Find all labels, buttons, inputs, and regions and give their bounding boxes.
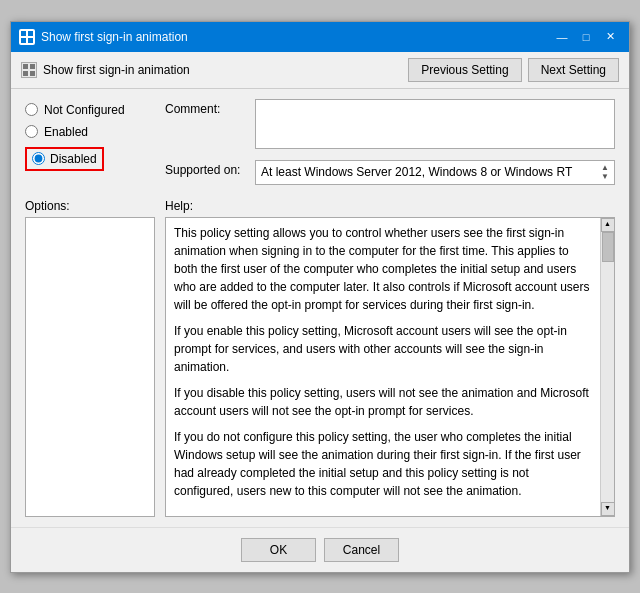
supported-box: At least Windows Server 2012, Windows 8 … xyxy=(255,160,615,185)
window-title: Show first sign-in animation xyxy=(41,30,551,44)
svg-rect-4 xyxy=(23,64,28,69)
svg-rect-2 xyxy=(21,38,26,43)
window-controls: — □ ✕ xyxy=(551,28,621,46)
help-paragraph-4: If you do not configure this policy sett… xyxy=(174,428,590,500)
comment-label: Comment: xyxy=(165,99,255,116)
help-scrollbar: ▲ ▼ xyxy=(600,218,614,516)
help-text: This policy setting allows you to contro… xyxy=(174,224,590,500)
svg-rect-5 xyxy=(30,64,35,69)
scroll-down-icon: ▼ xyxy=(601,173,609,181)
top-section: Not Configured Enabled Disabled xyxy=(25,99,615,193)
svg-rect-3 xyxy=(28,38,33,43)
svg-rect-6 xyxy=(23,71,28,76)
comment-field-content xyxy=(255,99,615,152)
minimize-button[interactable]: — xyxy=(551,28,573,46)
help-paragraph-1: This policy setting allows you to contro… xyxy=(174,224,590,314)
ok-button[interactable]: OK xyxy=(241,538,316,562)
svg-rect-1 xyxy=(28,31,33,36)
scrollbar-thumb[interactable] xyxy=(602,232,614,262)
main-content: Not Configured Enabled Disabled xyxy=(11,89,629,527)
help-box: This policy setting allows you to contro… xyxy=(165,217,615,517)
main-window: Show first sign-in animation — □ ✕ Show … xyxy=(10,21,630,573)
supported-field-row: Supported on: At least Windows Server 20… xyxy=(165,160,615,185)
footer: OK Cancel xyxy=(11,527,629,572)
radio-not-configured[interactable]: Not Configured xyxy=(25,103,155,117)
radio-group: Not Configured Enabled Disabled xyxy=(25,103,155,171)
radio-not-configured-label: Not Configured xyxy=(44,103,125,117)
options-panel: Options: xyxy=(25,199,155,517)
svg-rect-0 xyxy=(21,31,26,36)
options-box xyxy=(25,217,155,517)
scroll-up-button[interactable]: ▲ xyxy=(601,218,615,232)
radio-enabled-input[interactable] xyxy=(25,125,38,138)
help-panel: Help: This policy setting allows you to … xyxy=(165,199,615,517)
help-paragraph-2: If you enable this policy setting, Micro… xyxy=(174,322,590,376)
help-inner: This policy setting allows you to contro… xyxy=(174,224,606,500)
scroll-down-button[interactable]: ▼ xyxy=(601,502,615,516)
bottom-section: Options: Help: This policy setting allow… xyxy=(25,199,615,517)
cancel-button[interactable]: Cancel xyxy=(324,538,399,562)
options-title: Options: xyxy=(25,199,155,213)
subtitle-text: Show first sign-in animation xyxy=(43,63,408,77)
radio-disabled-input[interactable] xyxy=(32,152,45,165)
next-setting-button[interactable]: Next Setting xyxy=(528,58,619,82)
supported-field-content: At least Windows Server 2012, Windows 8 … xyxy=(255,160,615,185)
left-panel: Not Configured Enabled Disabled xyxy=(25,99,155,193)
radio-enabled[interactable]: Enabled xyxy=(25,125,155,139)
radio-disabled-label: Disabled xyxy=(50,152,97,166)
radio-disabled[interactable]: Disabled xyxy=(25,147,155,171)
svg-rect-7 xyxy=(30,71,35,76)
comment-field-row: Comment: xyxy=(165,99,615,152)
supported-label: Supported on: xyxy=(165,160,255,177)
help-title: Help: xyxy=(165,199,615,213)
window-icon xyxy=(19,29,35,45)
supported-value: At least Windows Server 2012, Windows 8 … xyxy=(261,165,572,179)
radio-not-configured-input[interactable] xyxy=(25,103,38,116)
comment-textarea[interactable] xyxy=(255,99,615,149)
supported-scroll: ▲ ▼ xyxy=(601,164,609,181)
scroll-up-icon: ▲ xyxy=(601,164,609,172)
scrollbar-track xyxy=(601,232,615,502)
title-bar: Show first sign-in animation — □ ✕ xyxy=(11,22,629,52)
header-buttons: Previous Setting Next Setting xyxy=(408,58,619,82)
radio-enabled-label: Enabled xyxy=(44,125,88,139)
subtitle-bar: Show first sign-in animation Previous Se… xyxy=(11,52,629,89)
help-paragraph-3: If you disable this policy setting, user… xyxy=(174,384,590,420)
close-button[interactable]: ✕ xyxy=(599,28,621,46)
maximize-button[interactable]: □ xyxy=(575,28,597,46)
right-panel: Comment: Supported on: At least Windows … xyxy=(165,99,615,193)
subtitle-icon xyxy=(21,62,37,78)
prev-setting-button[interactable]: Previous Setting xyxy=(408,58,521,82)
